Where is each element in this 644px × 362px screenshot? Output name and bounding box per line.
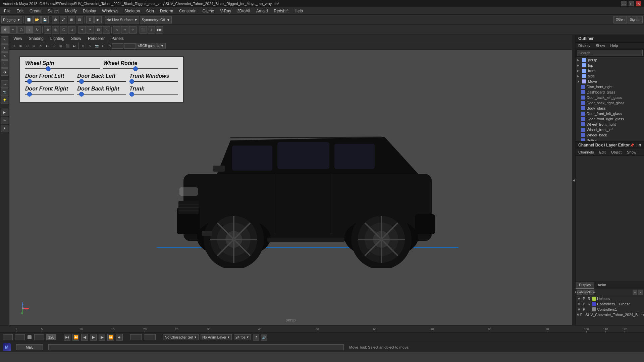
range-end1-input[interactable]: 120: [130, 334, 142, 340]
gamma-input1[interactable]: 0.00: [112, 43, 123, 49]
camera-mode-button[interactable]: 📷: [1, 88, 8, 96]
no-character-set-selector[interactable]: No Character Set ▼: [163, 334, 199, 340]
channel-box-pin-icon[interactable]: 📌: [630, 143, 634, 147]
prev-keyframe-button[interactable]: ⏪: [72, 334, 79, 341]
object-icon[interactable]: ⬛: [64, 43, 70, 49]
render-button[interactable]: ▶: [94, 16, 102, 23]
shading-mode-button[interactable]: ◑: [1, 68, 8, 76]
outliner-item-persp[interactable]: ▶ persp: [576, 57, 644, 63]
camera-icon[interactable]: ⊙: [11, 43, 17, 49]
outliner-item-wheel-back[interactable]: Wheel_back: [576, 132, 644, 138]
ik-button[interactable]: ⊸: [121, 26, 128, 34]
fx-mode-button[interactable]: ✦: [1, 125, 8, 132]
range-end2-input[interactable]: 200: [144, 334, 156, 340]
snap-point-button[interactable]: ⊡: [95, 26, 102, 34]
snap-surface-button[interactable]: ⋱: [103, 26, 110, 34]
gamma-input2[interactable]: 1.00: [124, 43, 136, 49]
render-mode-button[interactable]: ▶: [1, 109, 8, 116]
layer-delete-button[interactable]: ×: [638, 290, 643, 295]
viewport-shading-menu[interactable]: Shading: [26, 36, 46, 42]
viewport-renderer-menu[interactable]: Renderer: [85, 36, 107, 42]
render-region-icon[interactable]: ⊕: [80, 43, 86, 49]
layer-controllers1[interactable]: V P Controllers1: [576, 307, 644, 312]
cb-tab-object[interactable]: Object: [608, 149, 624, 155]
snap-curve-button[interactable]: ~: [87, 26, 94, 34]
outliner-tab-help[interactable]: Help: [608, 43, 621, 49]
menu-skin[interactable]: Skin: [144, 8, 157, 14]
viewport-panels-menu[interactable]: Panels: [109, 36, 126, 42]
channel-box-settings-icon[interactable]: ⚙: [638, 143, 641, 147]
outliner-item-bottom[interactable]: Bottom: [576, 138, 644, 141]
range-start-input[interactable]: 1: [3, 334, 13, 340]
right-panel-collapse-button[interactable]: ◀: [572, 35, 575, 325]
outliner-tab-display[interactable]: Display: [576, 43, 593, 49]
wireframe-icon[interactable]: ⬡: [24, 43, 30, 49]
next-frame-button[interactable]: ▶: [99, 334, 105, 341]
outliner-item-front[interactable]: ▶ front: [576, 68, 644, 73]
ipr-icon[interactable]: ▷: [87, 43, 93, 49]
menu-modify[interactable]: Modify: [62, 8, 79, 14]
menu-vray[interactable]: V-Ray: [217, 8, 234, 14]
paint-mode-button[interactable]: ✎: [1, 52, 8, 60]
menu-file[interactable]: File: [1, 8, 13, 14]
timeline-ruler[interactable]: 1 5 10 15 20 25 30 40 50: [0, 325, 644, 333]
skin-button[interactable]: ⊹: [129, 26, 137, 34]
live-surface-selector[interactable]: No Live Surface ▼: [105, 16, 139, 23]
go-to-end-button[interactable]: ⏭: [116, 334, 123, 341]
menu-display[interactable]: Display: [80, 8, 99, 14]
outliner-search-input[interactable]: [577, 50, 643, 56]
select-tool-button[interactable]: ✥: [1, 26, 9, 34]
outliner-item-top[interactable]: ▶ top: [576, 63, 644, 68]
audio-button[interactable]: 🔊: [261, 334, 267, 341]
shading-icon[interactable]: ◑: [17, 43, 23, 49]
light-icon[interactable]: ☀: [38, 43, 44, 49]
layer-show-button[interactable]: Options: [583, 290, 588, 295]
prev-frame-button[interactable]: ◀: [81, 334, 88, 341]
layer-new-button[interactable]: +: [633, 290, 637, 295]
cb-tab-channels[interactable]: Channels: [576, 149, 596, 155]
layer-tab-anim[interactable]: Anim: [594, 282, 609, 289]
cb-tab-show[interactable]: Show: [624, 149, 639, 155]
next-keyframe-button[interactable]: ⏩: [107, 334, 114, 341]
layer-helpers[interactable]: V P R Helpers: [576, 296, 644, 301]
outliner-tab-show[interactable]: Show: [593, 43, 608, 49]
snapshot-icon[interactable]: 📷: [94, 43, 100, 49]
camera-icon2[interactable]: ▤: [58, 43, 64, 49]
texture-icon[interactable]: ⊞: [31, 43, 37, 49]
menu-arnold[interactable]: Arnold: [254, 8, 271, 14]
close-button[interactable]: ✕: [636, 1, 641, 6]
selection-mode-button[interactable]: ↖: [1, 36, 8, 44]
menu-cache[interactable]: Cache: [200, 8, 217, 14]
outliner-item-door-front-right-glass[interactable]: Door_front_right_glass: [576, 116, 644, 122]
no-anim-layer-selector[interactable]: No Anim Layer ▼: [201, 334, 232, 340]
viewport-lighting-menu[interactable]: Lighting: [48, 36, 67, 42]
ipr-button[interactable]: ▷: [148, 26, 155, 34]
create-mode-button[interactable]: +: [1, 44, 8, 52]
constraint-mode-button[interactable]: ⊸: [1, 80, 8, 88]
display-icon[interactable]: ⬕: [71, 43, 77, 49]
layer-show2-button[interactable]: Show: [589, 290, 594, 295]
paint-select-button[interactable]: ⬡: [17, 26, 25, 34]
lasso-select-button[interactable]: ⌖: [9, 26, 17, 34]
move-tool-button[interactable]: ↕: [25, 26, 33, 34]
symmetry-selector[interactable]: Symmetry: Off ▼: [140, 16, 172, 23]
shadow-icon[interactable]: ◐: [44, 43, 50, 49]
layer-controllers1-freeze[interactable]: V P R Controllers1_Freeze: [576, 301, 644, 307]
layer-suv-tahoe[interactable]: V P SUV_Chevrolet_Tahoe_2024_Black_Rig: [576, 312, 644, 317]
outliner-item-door-back-left-glass[interactable]: Door_back_left_glass: [576, 95, 644, 100]
go-to-start-button[interactable]: ⏮: [64, 334, 70, 341]
select-all-icon[interactable]: ⊡: [100, 43, 106, 49]
poly-extrude-button[interactable]: ⬡: [60, 26, 67, 34]
minimize-button[interactable]: —: [621, 1, 627, 6]
open-scene-button[interactable]: 📂: [33, 16, 41, 23]
channel-box-expand-icon[interactable]: ↕: [635, 143, 637, 147]
constraint-button[interactable]: ∩: [113, 26, 120, 34]
menu-windows[interactable]: Windows: [99, 8, 121, 14]
new-scene-button[interactable]: 📄: [25, 16, 33, 23]
door-front-left-thumb[interactable]: [27, 79, 32, 84]
current-frame-input[interactable]: 1: [15, 334, 25, 340]
frame-start-input[interactable]: 1: [34, 334, 44, 340]
outliner-item-disc-front-right[interactable]: Disc_front_right: [576, 84, 644, 89]
cb-tab-edit[interactable]: Edit: [596, 149, 608, 155]
play-forward-button[interactable]: ▶: [90, 334, 97, 341]
